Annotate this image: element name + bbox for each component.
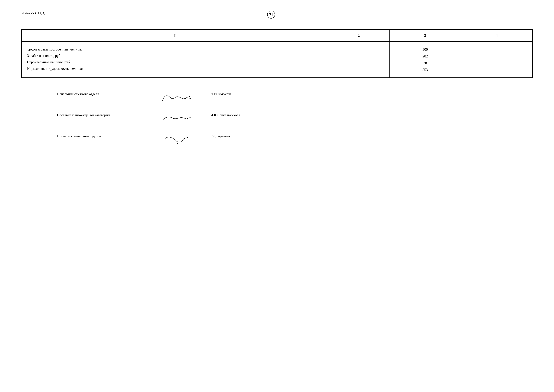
col-header-3: 3	[389, 29, 461, 42]
signature-name-2: И.Ю.Синельникова	[210, 113, 240, 117]
signatures-section: Начальник сметного отдела Л.Г.Симонова С…	[21, 92, 533, 147]
signature-row-1: Начальник сметного отдела Л.Г.Симонова	[57, 92, 533, 105]
signature-name-1: Л.Г.Симонова	[210, 92, 232, 96]
table-cell-col2	[328, 42, 389, 78]
page-number-circle: 71	[267, 11, 275, 19]
signature-svg-3	[160, 134, 193, 147]
signature-image-2	[153, 113, 200, 126]
page-prefix: -	[265, 12, 266, 17]
signature-svg-1	[160, 92, 193, 105]
signature-name-3: Г.Д.Горячева	[210, 134, 230, 138]
table-row: Трудозатраты построечные, чел.-час Зараб…	[21, 42, 533, 78]
page-header: 704-2-53.90(3) - 71 -	[21, 11, 533, 19]
value-4: 553	[395, 66, 455, 73]
signature-image-3	[153, 134, 200, 147]
table-cell-col1: Трудозатраты построечные, чел.-час Зараб…	[21, 42, 328, 78]
value-3: 78	[395, 60, 455, 66]
signature-label-2: Составила: инженер 3-й категории	[57, 113, 143, 117]
table-cell-col3: 500 282 78 553	[389, 42, 461, 78]
signature-image-1	[153, 92, 200, 105]
value-1: 500	[395, 46, 455, 53]
col-header-2: 2	[328, 29, 389, 42]
col-header-4: 4	[461, 29, 533, 42]
main-table: І 2 3 4 Трудозатраты построечные, чел.-ч…	[21, 29, 533, 78]
row-line-4: Нормативная трудоемкость, чел.-час	[27, 65, 322, 72]
page-number-block: - 71 -	[265, 11, 277, 19]
doc-code: 704-2-53.90(3)	[21, 11, 45, 15]
col-header-1: І	[21, 29, 328, 42]
signature-row-2: Составила: инженер 3-й категории И.Ю.Син…	[57, 113, 533, 126]
row-line-1: Трудозатраты построечные, чел.-час	[27, 46, 322, 52]
row-line-3: Строительные машины, руб.	[27, 59, 322, 65]
signature-row-3: Проверил: начальник группы Г.Д.Горячева	[57, 134, 533, 147]
values-cell: 500 282 78 553	[395, 46, 455, 73]
signature-label-1: Начальник сметного отдела	[57, 92, 143, 96]
value-2: 282	[395, 53, 455, 60]
table-header-row: І 2 3 4	[21, 29, 533, 42]
signature-svg-2	[160, 113, 193, 126]
page-suffix: -	[276, 12, 277, 17]
signature-label-3: Проверил: начальник группы	[57, 134, 143, 138]
row-line-2: Заработная плата, руб.	[27, 52, 322, 59]
table-cell-col4	[461, 42, 533, 78]
